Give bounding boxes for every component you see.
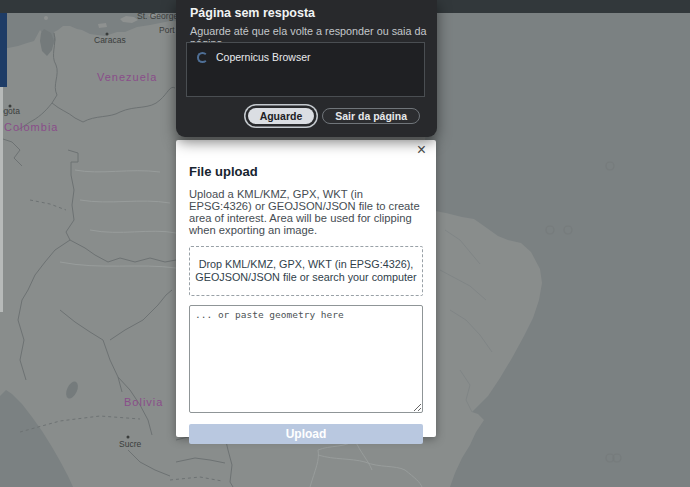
unresponsive-pages-list: Copernicus Browser [186, 42, 425, 97]
file-dropzone[interactable]: Drop KML/KMZ, GPX, WKT (in EPSG:4326), G… [189, 246, 423, 296]
dropzone-text-line1: Drop KML/KMZ, GPX, WKT (in EPSG:4326), [199, 258, 414, 271]
file-upload-modal: × File upload Upload a KML/KMZ, GPX, WKT… [176, 140, 436, 437]
map-label-colombia: Colombia [4, 121, 58, 133]
dialog-title: Página sem resposta [190, 6, 315, 20]
map-label-bogota: Bogota [0, 106, 20, 116]
dialog-buttons: Aguarde Sair da página [248, 108, 420, 124]
map-label-caracas: Caracas [94, 35, 126, 45]
page-unresponsive-dialog: Página sem resposta Aguarde até que ela … [176, 0, 437, 137]
geometry-input[interactable] [189, 305, 423, 413]
page-name: Copernicus Browser [216, 51, 311, 63]
map-label-venezuela: Venezuela [97, 71, 157, 83]
app-panel-edge-light [0, 87, 3, 312]
app-panel-edge [0, 13, 7, 87]
modal-title: File upload [189, 164, 423, 179]
close-icon[interactable]: × [417, 140, 426, 160]
upload-button[interactable]: Upload [189, 424, 423, 444]
modal-description: Upload a KML/KMZ, GPX, WKT (in EPSG:4326… [189, 188, 423, 236]
dropzone-text-line2: GEOJSON/JSON file or search your compute… [195, 271, 416, 284]
map-label-sucre: Sucre [119, 439, 141, 449]
unresponsive-page-row: Copernicus Browser [187, 43, 424, 63]
map-label-bolivia: Bolivia [124, 396, 163, 408]
exit-page-button[interactable]: Sair da página [322, 108, 420, 124]
loading-spinner-icon [197, 52, 208, 63]
wait-button[interactable]: Aguarde [248, 108, 315, 124]
